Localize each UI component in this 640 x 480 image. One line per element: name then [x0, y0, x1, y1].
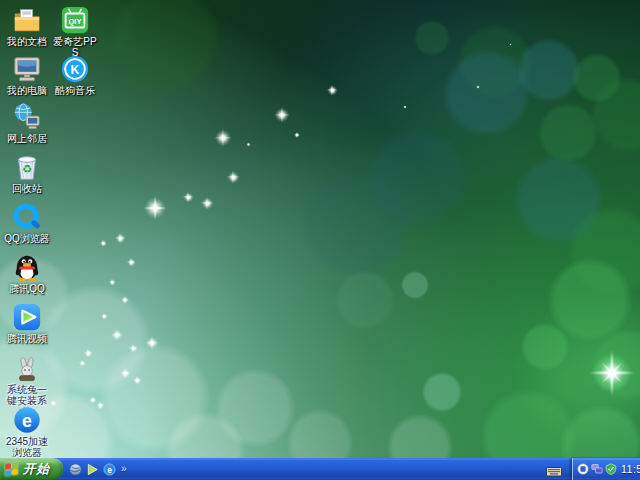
desktop[interactable]: 我的文档 QIY 爱奇艺PPS 我的电脑 — [0, 0, 640, 480]
recycle-bin-icon: ♻ — [12, 152, 42, 182]
system-tray: 11:58 — [572, 458, 640, 480]
desktop-icon-network-places[interactable]: 网上邻居 — [3, 102, 51, 144]
desktop-icon-2345-browser[interactable]: e 2345加速浏览器 — [3, 405, 51, 458]
kugou-music-icon: K — [60, 54, 90, 84]
quick-launch-browser-globe-icon[interactable] — [68, 462, 82, 476]
svg-text:K: K — [71, 63, 80, 77]
tencent-qq-icon — [12, 252, 42, 282]
icon-label: QQ浏览器 — [4, 233, 50, 244]
my-computer-icon — [12, 54, 42, 84]
svg-text:e: e — [107, 464, 112, 474]
start-button[interactable]: 开始 — [0, 458, 63, 480]
desktop-icon-recycle-bin[interactable]: ♻ 回收站 — [3, 152, 51, 194]
desktop-icon-my-computer[interactable]: 我的电脑 — [3, 54, 51, 96]
icon-label: 回收站 — [12, 183, 42, 194]
quick-launch-2345-browser-icon[interactable]: e — [102, 462, 116, 476]
taskbar-clock[interactable]: 11:58 — [621, 463, 640, 475]
tencent-video-icon — [12, 302, 42, 332]
desktop-icon-kugou-music[interactable]: K 酷狗音乐 — [51, 54, 99, 96]
icon-label: 腾讯QQ — [9, 283, 45, 294]
desktop-icon-tencent-qq[interactable]: 腾讯QQ — [3, 252, 51, 294]
quick-launch-bar: e » — [68, 458, 127, 480]
my-documents-icon — [12, 5, 42, 35]
iqiyi-pps-icon: QIY — [60, 5, 90, 35]
tray-input-method-icon[interactable] — [577, 463, 589, 475]
desktop-icon-iqiyi-pps[interactable]: QIY 爱奇艺PPS — [51, 5, 99, 58]
taskbar: 开始 e — [0, 458, 640, 480]
tray-network-icon[interactable] — [591, 463, 603, 475]
desktop-icon-tencent-video[interactable]: 腾讯视频 — [3, 302, 51, 344]
svg-text:♻: ♻ — [22, 163, 32, 176]
icon-label: 我的电脑 — [7, 85, 47, 96]
icon-label: 我的文档 — [7, 36, 47, 47]
svg-text:e: e — [22, 411, 32, 431]
icon-label: 网上邻居 — [7, 133, 47, 144]
svg-text:QIY: QIY — [69, 17, 82, 26]
quick-launch-media-player-icon[interactable] — [85, 462, 99, 476]
icon-label: 腾讯视频 — [7, 333, 47, 344]
quick-launch-overflow-chevron[interactable]: » — [121, 464, 127, 474]
qq-browser-icon — [12, 202, 42, 232]
desktop-icon-my-documents[interactable]: 我的文档 — [3, 5, 51, 47]
icon-label: 2345加速浏览器 — [3, 436, 51, 458]
network-places-icon — [12, 102, 42, 132]
xitongtu-rabbit-icon — [14, 357, 40, 383]
icon-label: 酷狗音乐 — [55, 85, 95, 96]
windows-flag-icon — [5, 462, 19, 476]
tray-security-icon[interactable] — [605, 463, 617, 475]
2345-browser-icon: e — [12, 405, 42, 435]
desktop-icon-qq-browser[interactable]: QQ浏览器 — [3, 202, 51, 244]
start-button-label: 开始 — [23, 461, 50, 478]
language-bar-keyboard-icon[interactable] — [546, 463, 562, 480]
